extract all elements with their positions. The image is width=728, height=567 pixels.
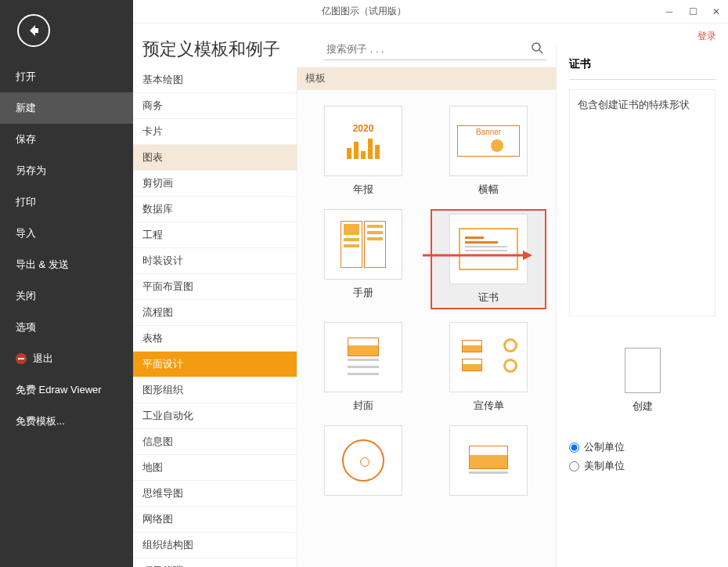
thumbnail-flyer — [449, 322, 528, 392]
sidebar-item[interactable]: 关闭 — [0, 280, 133, 312]
template-label: 年报 — [305, 182, 421, 197]
panel-title: 证书 — [569, 52, 715, 80]
radio-imperial-input[interactable] — [569, 461, 579, 471]
sidebar-item[interactable]: 新建 — [0, 92, 133, 124]
category-item[interactable]: 时装设计 — [133, 248, 297, 274]
template-label: 手册 — [305, 286, 421, 300]
sidebar-item[interactable]: 免费模板... — [0, 406, 133, 437]
category-item[interactable]: 图形组织 — [133, 377, 297, 403]
thumbnail-brochure — [324, 209, 402, 280]
sidebar: 打开新建保存另存为打印导入导出 & 发送关闭选项退出免费 Edraw Viewe… — [0, 0, 133, 567]
category-item[interactable]: 图表 — [133, 145, 297, 171]
sidebar-menu: 打开新建保存另存为打印导入导出 & 发送关闭选项退出免费 Edraw Viewe… — [0, 61, 133, 437]
template-area: 模板 2020年报Banner横幅手册证书封面宣传单 — [297, 67, 556, 567]
create-label: 创建 — [569, 399, 715, 414]
category-item[interactable]: 组织结构图 — [133, 533, 297, 558]
radio-metric-label: 公制单位 — [584, 440, 625, 454]
template-item[interactable]: 证书 — [431, 209, 546, 309]
right-panel: 证书 包含创建证书的特殊形状 创建 公制单位 美制单位 — [556, 43, 728, 567]
sidebar-item[interactable]: 打开 — [0, 61, 133, 92]
login-link[interactable]: 登录 — [697, 30, 716, 43]
sidebar-item[interactable]: 保存 — [0, 124, 133, 155]
template-item[interactable] — [305, 425, 421, 502]
category-item[interactable]: 地图 — [133, 455, 297, 481]
category-item[interactable]: 剪切画 — [133, 171, 297, 197]
search-wrap — [323, 38, 546, 60]
category-item[interactable]: 卡片 — [133, 119, 297, 145]
category-item[interactable]: 基本绘图 — [133, 67, 297, 93]
sidebar-item[interactable]: 导入 — [0, 218, 133, 249]
template-item[interactable]: 宣传单 — [431, 322, 546, 413]
template-label: 宣传单 — [431, 399, 546, 413]
exit-icon — [16, 353, 27, 364]
templates-header: 模板 — [297, 67, 556, 90]
app-title: 亿图图示（试用版） — [322, 5, 406, 18]
back-button[interactable] — [17, 14, 50, 47]
category-item[interactable]: 表格 — [133, 326, 297, 352]
radio-metric-input[interactable] — [569, 442, 579, 453]
search-input[interactable] — [323, 38, 546, 60]
template-item[interactable] — [431, 425, 546, 502]
sidebar-item[interactable]: 免费 Edraw Viewer — [0, 374, 133, 406]
page-title: 预定义模板和例子 — [142, 38, 280, 61]
close-button[interactable]: ✕ — [705, 0, 728, 23]
category-item[interactable]: 思维导图 — [133, 481, 297, 507]
template-label: 横幅 — [431, 182, 546, 197]
svg-point-0 — [532, 43, 540, 51]
unit-radio-group: 公制单位 美制单位 — [569, 440, 715, 473]
category-item[interactable]: 平面布置图 — [133, 274, 297, 300]
sidebar-item[interactable]: 退出 — [0, 343, 133, 374]
radio-metric[interactable]: 公制单位 — [569, 440, 715, 454]
thumbnail-label — [449, 425, 528, 496]
minimize-button[interactable]: ─ — [658, 0, 681, 23]
category-list: 基本绘图商务卡片图表剪切画数据库工程时装设计平面布置图流程图表格平面设计图形组织… — [133, 67, 297, 567]
thumbnail-cover — [324, 322, 402, 392]
document-icon — [625, 348, 661, 393]
thumbnail-banner: Banner — [449, 106, 528, 176]
category-item[interactable]: 数据库 — [133, 197, 297, 222]
category-item[interactable]: 工业自动化 — [133, 403, 297, 429]
svg-line-1 — [539, 50, 542, 53]
template-grid: 2020年报Banner横幅手册证书封面宣传单 — [297, 90, 556, 518]
template-item[interactable]: 手册 — [305, 209, 421, 309]
template-label: 封面 — [305, 399, 421, 413]
panel-description: 包含创建证书的特殊形状 — [569, 89, 715, 316]
category-item[interactable]: 平面设计 — [133, 352, 297, 377]
content: 基本绘图商务卡片图表剪切画数据库工程时装设计平面布置图流程图表格平面设计图形组织… — [133, 67, 556, 567]
thumbnail-cert — [449, 214, 528, 284]
sidebar-item[interactable]: 打印 — [0, 186, 133, 218]
template-item[interactable]: 封面 — [305, 322, 421, 413]
template-item[interactable]: Banner横幅 — [431, 106, 546, 197]
sidebar-item[interactable]: 选项 — [0, 312, 133, 343]
template-label: 证书 — [435, 291, 542, 305]
category-item[interactable]: 流程图 — [133, 300, 297, 326]
template-item[interactable]: 2020年报 — [305, 106, 421, 197]
category-item[interactable]: 项目管理 — [133, 558, 297, 567]
main-header: 预定义模板和例子 — [133, 23, 556, 67]
thumbnail-year: 2020 — [324, 106, 402, 176]
category-item[interactable]: 商务 — [133, 93, 297, 119]
window-controls: ─ ☐ ✕ — [658, 0, 728, 23]
create-button[interactable]: 创建 — [569, 348, 715, 414]
category-item[interactable]: 工程 — [133, 222, 297, 248]
arrow-left-icon — [26, 23, 41, 38]
radio-imperial-label: 美制单位 — [584, 459, 625, 473]
search-icon[interactable] — [531, 42, 543, 54]
category-item[interactable]: 网络图 — [133, 507, 297, 533]
radio-imperial[interactable]: 美制单位 — [569, 459, 715, 473]
main-area: 预定义模板和例子 基本绘图商务卡片图表剪切画数据库工程时装设计平面布置图流程图表… — [133, 23, 556, 567]
category-item[interactable]: 信息图 — [133, 429, 297, 455]
maximize-button[interactable]: ☐ — [681, 0, 705, 23]
thumbnail-disc — [324, 425, 402, 496]
sidebar-item[interactable]: 另存为 — [0, 155, 133, 186]
sidebar-item[interactable]: 导出 & 发送 — [0, 249, 133, 280]
